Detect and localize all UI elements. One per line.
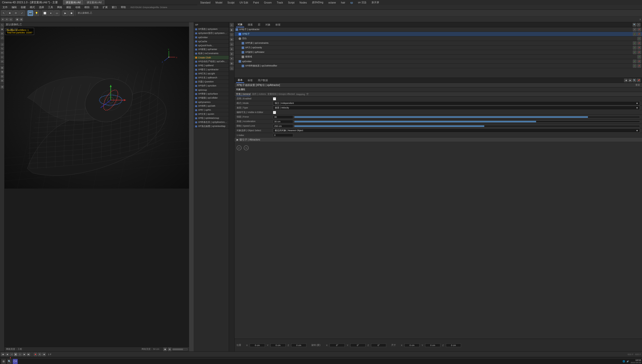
props-fwd-btn[interactable]: ▶: [628, 79, 632, 82]
xp-item-systemsort[interactable]: xpSystem指导 | xpSystemSort: [194, 31, 229, 35]
xp-item-cellauto[interactable]: XP自动生产粒组 | xpCellAuto: [194, 60, 229, 64]
xp-item-collider[interactable]: XP碰撞 | xpCollider: [194, 96, 229, 100]
xp-icon-5[interactable]: ◎: [230, 42, 234, 46]
xp-item-cloth[interactable]: XP布料 | xpCloth: [194, 104, 229, 108]
tab-nodes[interactable]: Nodes: [297, 1, 309, 5]
taskbar-start[interactable]: ⊞: [1, 359, 6, 364]
scene-add-btn[interactable]: +: [637, 23, 640, 27]
obj-vis-6[interactable]: ✓: [633, 51, 636, 54]
speedlimit-bar[interactable]: [294, 125, 640, 127]
scale-x-value[interactable]: 0 cm: [404, 344, 420, 347]
menu-select[interactable]: 选择: [37, 5, 45, 9]
scene-tab-search[interactable]: 搜索: [246, 22, 254, 27]
obj-xpattractor[interactable]: XP粒子 | xpAttractor ✓ ✗: [235, 27, 642, 32]
xp-item-system[interactable]: XP系统 | xpSystem: [194, 27, 229, 31]
xp-item-surface[interactable]: XP弹射 | xpSurface: [194, 92, 229, 96]
scale-z-value[interactable]: 0 cm: [446, 344, 461, 347]
tl-next-btn[interactable]: ▶: [22, 353, 26, 356]
xp-item-dynamics[interactable]: xpDynamics: [194, 100, 229, 104]
xp-item-join[interactable]: XP分支 | xpJoin: [194, 112, 229, 116]
sidebar-select[interactable]: ↖: [1, 23, 4, 27]
xp-item-branch[interactable]: XP分支 | xpBranch: [194, 76, 229, 80]
select-tool-btn[interactable]: ↖: [1, 10, 7, 16]
rot-x-value[interactable]: 0°: [330, 344, 345, 347]
props-search-btn[interactable]: 🔍: [633, 79, 636, 82]
menu-snap[interactable]: 捕捉: [65, 5, 73, 9]
obj-clothmodifier[interactable]: XP布料修改器 | xpClothModifier ✓ ✗: [235, 64, 642, 68]
sidebar-move[interactable]: ✚: [1, 28, 4, 31]
props-back-btn[interactable]: ◀: [624, 79, 628, 82]
xp-icon-3[interactable]: ⬡: [230, 33, 234, 37]
menu-help[interactable]: 帮助: [119, 5, 127, 9]
obj-vis-8[interactable]: ✓: [633, 60, 636, 63]
sphere-btn[interactable]: ●: [48, 10, 54, 16]
obj-lock-9[interactable]: ✗: [637, 64, 641, 68]
tab-track[interactable]: Track: [275, 1, 285, 5]
stop-btn[interactable]: ⏹: [68, 10, 74, 16]
camera-btn[interactable]: 📷: [28, 10, 33, 16]
props-empty-tab[interactable]: 空: [306, 93, 309, 96]
taskbar-search[interactable]: 🔍: [7, 359, 12, 364]
tl-end-btn[interactable]: ▶|: [27, 353, 30, 356]
tab-octane[interactable]: octane: [326, 1, 338, 5]
tool-btn-3[interactable]: ◎: [9, 18, 13, 21]
props-attractors-section[interactable]: ▶ 吸引子 | Attractors: [235, 138, 642, 142]
obj-lock-2[interactable]: ✗: [637, 32, 641, 36]
tab-uvrender[interactable]: uv 渲染: [356, 0, 368, 5]
menu-tools[interactable]: 工具: [47, 5, 55, 9]
xp-icon-4[interactable]: ⊞: [230, 37, 234, 41]
sidebar-frame[interactable]: ⊠: [1, 85, 4, 89]
tab-hair[interactable]: hair: [339, 1, 347, 5]
force-input[interactable]: [273, 115, 293, 119]
tl-start-btn[interactable]: |◀: [1, 353, 5, 356]
xp-item-light[interactable]: XP灯光 | xpLight: [194, 72, 229, 76]
menu-extend[interactable]: 扩展: [101, 5, 109, 9]
sidebar-magnet[interactable]: ⊙: [1, 60, 4, 63]
tl-auto-btn[interactable]: A: [38, 353, 41, 356]
tl-play-btn[interactable]: ▶: [14, 353, 17, 356]
scene-tab-tags[interactable]: 标签: [274, 22, 282, 27]
tab-paint[interactable]: Paint: [251, 1, 261, 5]
viewport-canvas[interactable]: X Y Z ⊞ ▦ ⊙ 0 F: [5, 27, 189, 351]
xp-item-group[interactable]: xpGroup: [194, 88, 229, 92]
xp-item-quicktools[interactable]: xpQuickTools...: [194, 43, 229, 48]
tab-standard[interactable]: Standard: [198, 1, 213, 5]
xp-icon-8[interactable]: ✦: [230, 57, 234, 61]
menu-mode[interactable]: 模式: [28, 5, 36, 9]
sidebar-spline[interactable]: ∿: [1, 47, 4, 50]
obj-xpparticle[interactable]: XP粒子 ✓ ✗: [235, 32, 642, 36]
props-tab-basic[interactable]: 基本: [236, 78, 244, 83]
scale-y-value[interactable]: 0 cm: [425, 344, 440, 347]
xp-item-createcloth[interactable]: Create Cloth: [194, 56, 229, 60]
type-dropdown[interactable]: 速度 | Velocity ▼: [273, 106, 640, 110]
xp-item-action[interactable]: XP动作 | xpAction: [194, 84, 229, 88]
index-input[interactable]: [273, 133, 293, 137]
menu-mesh[interactable]: 网格: [56, 5, 64, 9]
scene-search-btn[interactable]: 🔍: [633, 23, 636, 27]
xp-icon-10[interactable]: △: [230, 66, 234, 70]
sidebar-knife[interactable]: ✂: [1, 55, 4, 59]
xp-item-vertexmap[interactable]: XP顶点贴图 | xpVertexMap: [194, 124, 229, 128]
objselect-dropdown[interactable]: 最近的对象 | Nearest Object ▼: [273, 128, 640, 133]
sidebar-snap[interactable]: ⊡: [1, 75, 4, 78]
obj-lock-6[interactable]: ✗: [637, 51, 641, 54]
mode-dropdown[interactable]: 独立 | Independent ▼: [273, 101, 640, 105]
scene-tab-all[interactable]: 对象: [264, 22, 272, 27]
viewport-btn[interactable]: ▦: [15, 18, 19, 21]
tl-prev-btn[interactable]: ◀: [5, 353, 9, 356]
obj-lock-1[interactable]: ✗: [637, 28, 641, 31]
doc-tab-2[interactable]: 课堂案例.c4d: [84, 0, 104, 5]
sidebar-cam[interactable]: ⊞: [1, 66, 4, 70]
tool-btn-2[interactable]: ⊖: [5, 18, 9, 21]
tab-groom[interactable]: Groom: [262, 1, 274, 5]
visible-checkbox[interactable]: ✓: [273, 111, 276, 114]
redo-btn[interactable]: ↪: [244, 145, 249, 150]
speedlimit-input[interactable]: [273, 124, 293, 128]
sidebar-brush[interactable]: ✏: [1, 51, 4, 55]
undo-btn[interactable]: ↩: [237, 145, 242, 150]
obj-gravity[interactable]: XP力 | xpGravity ✓ ✗: [235, 46, 642, 50]
layout-btn[interactable]: ▤: [19, 18, 23, 21]
tl-current-frame[interactable]: 1 F: [48, 353, 51, 356]
tab-sculpt[interactable]: Sculpt: [225, 1, 237, 5]
props-tab-tags[interactable]: 标签: [246, 78, 254, 83]
